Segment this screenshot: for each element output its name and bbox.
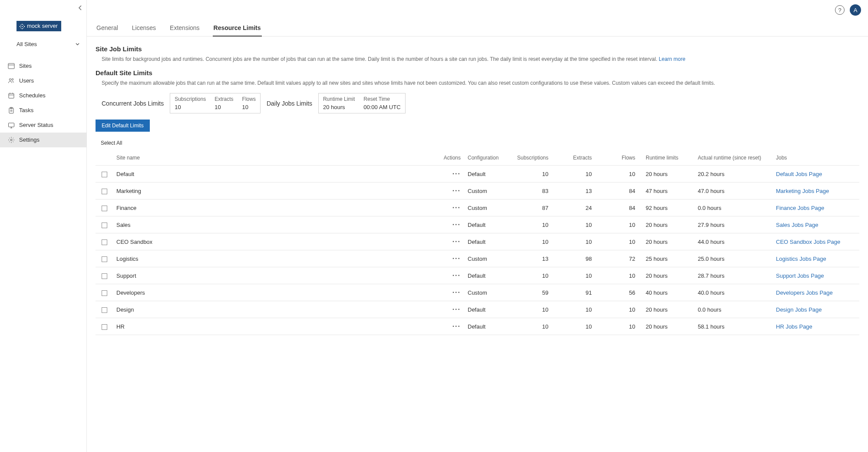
sites-icon [8, 63, 15, 70]
sidebar-item-sites[interactable]: Sites [0, 59, 86, 73]
jobs-page-link[interactable]: Default Jobs Page [776, 171, 822, 177]
tab-extensions[interactable]: Extensions [169, 20, 200, 37]
collapse-sidebar-button[interactable] [78, 5, 83, 12]
cell-flows: 84 [599, 183, 642, 199]
row-checkbox[interactable] [102, 206, 107, 211]
cell-actual-runtime: 47.0 hours [694, 183, 772, 199]
row-actions-menu[interactable]: ··· [452, 255, 461, 262]
site-job-limits-desc: Site limits for background jobs and runt… [102, 55, 859, 63]
cell-runtime-limits: 40 hours [642, 284, 694, 301]
cell-site-name: Marketing [113, 183, 429, 199]
cell-extracts: 10 [555, 166, 599, 183]
cell-extracts: 98 [555, 250, 599, 267]
sidebar-item-schedules[interactable]: Schedules [0, 88, 86, 103]
tab-bar: General Licenses Extensions Resource Lim… [87, 20, 868, 37]
cell-site-name: Sales [113, 216, 429, 233]
avatar[interactable]: A [850, 4, 861, 16]
table-row: Marketing ··· Custom 83 13 84 47 hours 4… [96, 183, 859, 199]
header-extracts[interactable]: Extracts [555, 150, 599, 166]
sidebar-item-users[interactable]: Users [0, 73, 86, 88]
row-actions-menu[interactable]: ··· [452, 289, 461, 296]
tab-licenses[interactable]: Licenses [131, 20, 157, 37]
daily-jobs-label: Daily Jobs Limits [267, 100, 312, 107]
row-checkbox[interactable] [102, 223, 107, 228]
row-actions-menu[interactable]: ··· [452, 238, 461, 245]
cell-runtime-limits: 92 hours [642, 199, 694, 216]
cell-subscriptions: 59 [512, 284, 555, 301]
row-actions-menu[interactable]: ··· [452, 170, 461, 177]
row-actions-menu[interactable]: ··· [452, 306, 461, 313]
sidebar-item-tasks[interactable]: Tasks [0, 103, 86, 118]
svg-point-12 [12, 78, 13, 80]
row-checkbox[interactable] [102, 324, 107, 330]
subscriptions-label: Subscriptions [175, 96, 206, 102]
header-site-name[interactable]: Site name [113, 150, 429, 166]
jobs-page-link[interactable]: Logistics Jobs Page [776, 256, 826, 262]
edit-default-limits-button[interactable]: Edit Default Limits [96, 120, 150, 132]
row-checkbox[interactable] [102, 290, 107, 296]
row-actions-menu[interactable]: ··· [452, 221, 461, 228]
cell-actual-runtime: 20.2 hours [694, 166, 772, 183]
svg-rect-9 [8, 63, 14, 69]
cell-subscriptions: 10 [512, 267, 555, 284]
svg-rect-3 [22, 28, 23, 29]
tab-general[interactable]: General [96, 20, 119, 37]
row-actions-menu[interactable]: ··· [452, 204, 461, 211]
site-job-limits-title: Site Job Limits [96, 45, 859, 53]
cell-site-name: Finance [113, 199, 429, 216]
cell-actual-runtime: 28.7 hours [694, 267, 772, 284]
row-checkbox[interactable] [102, 256, 107, 262]
jobs-page-link[interactable]: Marketing Jobs Page [776, 188, 829, 194]
header-configuration[interactable]: Configuration [464, 150, 512, 166]
daily-limits-box: Runtime Limit 20 hours Reset Time 00:00 … [318, 93, 406, 113]
select-all-link[interactable]: Select All [101, 140, 122, 146]
cell-extracts: 10 [555, 216, 599, 233]
jobs-page-link[interactable]: CEO Sandbox Jobs Page [776, 239, 840, 245]
cell-flows: 10 [599, 301, 642, 318]
row-actions-menu[interactable]: ··· [452, 187, 461, 194]
cell-flows: 10 [599, 166, 642, 183]
row-checkbox[interactable] [102, 239, 107, 245]
sidebar-item-label: Server Status [19, 122, 53, 128]
row-actions-menu[interactable]: ··· [452, 272, 461, 279]
limits-row: Concurrent Jobs Limits Subscriptions 10 … [102, 93, 859, 113]
cell-configuration: Default [464, 318, 512, 335]
row-actions-menu[interactable]: ··· [452, 322, 461, 330]
sidebar-item-settings[interactable]: Settings [0, 133, 86, 147]
jobs-page-link[interactable]: HR Jobs Page [776, 323, 812, 330]
svg-rect-13 [9, 93, 14, 98]
jobs-page-link[interactable]: Developers Jobs Page [776, 289, 833, 296]
row-checkbox[interactable] [102, 172, 107, 177]
header-runtime-limits[interactable]: Runtime limits [642, 150, 694, 166]
jobs-page-link[interactable]: Sales Jobs Page [776, 222, 818, 228]
sidebar-item-server-status[interactable]: Server Status [0, 118, 86, 133]
cell-site-name: Default [113, 166, 429, 183]
jobs-page-link[interactable]: Design Jobs Page [776, 306, 822, 313]
row-checkbox[interactable] [102, 307, 107, 313]
cell-site-name: Support [113, 267, 429, 284]
learn-more-link[interactable]: Learn more [659, 56, 685, 62]
header-actual-runtime[interactable]: Actual runtime (since reset) [694, 150, 772, 166]
extracts-label: Extracts [215, 96, 233, 102]
cell-runtime-limits: 20 hours [642, 166, 694, 183]
cell-runtime-limits: 20 hours [642, 216, 694, 233]
jobs-page-link[interactable]: Support Jobs Page [776, 273, 824, 279]
help-icon[interactable]: ? [835, 5, 845, 15]
header-subscriptions[interactable]: Subscriptions [512, 150, 555, 166]
subscriptions-value: 10 [175, 104, 206, 110]
cell-runtime-limits: 20 hours [642, 318, 694, 335]
row-checkbox[interactable] [102, 189, 107, 194]
jobs-page-link[interactable]: Finance Jobs Page [776, 205, 824, 211]
cell-subscriptions: 10 [512, 166, 555, 183]
cell-actual-runtime: 58.1 hours [694, 318, 772, 335]
reset-time-value: 00:00 AM UTC [363, 104, 400, 110]
logo: mock server [17, 21, 86, 31]
site-selector[interactable]: All Sites [0, 37, 86, 51]
cell-actual-runtime: 27.9 hours [694, 216, 772, 233]
table-row: Logistics ··· Custom 13 98 72 25 hours 2… [96, 250, 859, 267]
header-flows[interactable]: Flows [599, 150, 642, 166]
tab-resource-limits[interactable]: Resource Limits [213, 20, 262, 37]
svg-rect-6 [23, 25, 24, 26]
sidebar-item-label: Schedules [19, 92, 46, 99]
row-checkbox[interactable] [102, 273, 107, 279]
